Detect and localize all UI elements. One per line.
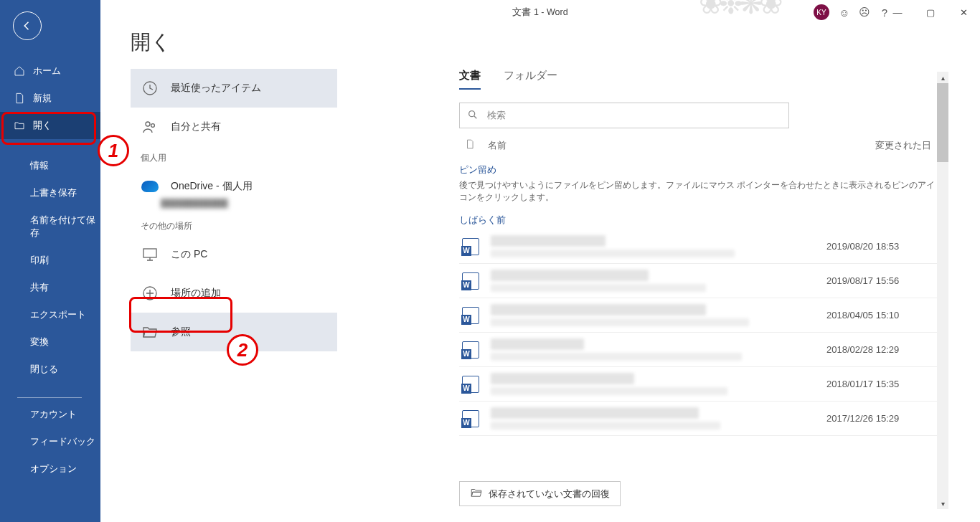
nav-open[interactable]: 開く: [0, 112, 100, 139]
file-name: [491, 373, 634, 384]
close-window-button[interactable]: ✕: [947, 0, 980, 24]
home-icon: [13, 65, 26, 77]
file-row[interactable]: 2019/08/20 18:53: [459, 229, 937, 264]
locations-column: 最近使ったアイテム 自分と共有 個人用 OneDrive - 個人用 █████…: [131, 69, 337, 351]
backstage-sidebar: ホーム 新規 開く 情報 上書き保存 名前を付けて保存 印刷 共有 エクスポート…: [0, 0, 100, 522]
file-meta: [491, 270, 815, 292]
nav-export[interactable]: エクスポート: [0, 301, 100, 328]
file-date: 2019/08/20 18:53: [826, 241, 934, 252]
scroll-up-arrow[interactable]: ▴: [937, 72, 948, 83]
file-row[interactable]: 2019/08/17 15:56: [459, 264, 937, 298]
file-icon: [465, 138, 475, 152]
smile-feedback-icon[interactable]: ☺: [835, 4, 854, 20]
recover-label: 保存されていない文書の回復: [489, 488, 610, 500]
file-row[interactable]: 2018/04/05 15:10: [459, 298, 937, 333]
nav-overwrite-save[interactable]: 上書き保存: [0, 179, 100, 207]
file-icon: [13, 92, 26, 105]
user-avatar[interactable]: KY: [814, 4, 829, 20]
tab-documents[interactable]: 文書: [459, 69, 481, 90]
file-date: 2018/04/05 15:10: [826, 310, 934, 321]
file-path: [491, 353, 742, 361]
loc-browse[interactable]: 参照: [131, 313, 337, 351]
page-title: 開く: [131, 29, 171, 56]
search-placeholder: 検索: [487, 109, 506, 122]
file-path: [491, 387, 727, 395]
word-file-icon: [462, 272, 479, 290]
file-name: [491, 407, 699, 419]
nav-convert[interactable]: 変換: [0, 328, 100, 356]
loc-this-pc[interactable]: この PC: [131, 235, 337, 274]
file-date: 2018/02/28 12:29: [826, 344, 934, 355]
maximize-button[interactable]: ▢: [914, 0, 947, 24]
separator: [17, 397, 82, 398]
file-meta: [491, 373, 815, 395]
other-section-label: その他の場所: [131, 214, 337, 235]
people-icon: [141, 118, 159, 136]
search-input[interactable]: 検索: [459, 103, 789, 128]
list-header: 名前 変更された日: [459, 134, 937, 159]
file-path: [491, 318, 749, 326]
loc-recent-label: 最近使ったアイテム: [171, 82, 261, 95]
clock-icon: [141, 79, 159, 98]
nav-new[interactable]: 新規: [0, 85, 100, 112]
arrow-left-icon: [21, 19, 34, 32]
onedrive-email: ████████████: [131, 199, 337, 207]
nav-open-label: 開く: [33, 119, 52, 132]
vertical-scrollbar[interactable]: ▴ ▾: [937, 72, 948, 509]
pc-icon: [141, 245, 159, 264]
nav-save-as[interactable]: 名前を付けて保存: [0, 207, 100, 247]
search-icon: [467, 109, 479, 123]
pinned-hint: 後で見つけやすいようにファイルをピン留めします。ファイルにマウス ポインターを合…: [459, 179, 937, 204]
file-name: [491, 235, 606, 247]
scroll-thumb[interactable]: [937, 83, 948, 162]
file-meta: [491, 235, 815, 257]
nav-info[interactable]: 情報: [0, 152, 100, 179]
personal-section-label: 個人用: [131, 146, 337, 167]
svg-rect-3: [143, 249, 156, 257]
file-meta: [491, 407, 815, 430]
backstage-main: ❀❉❋❀ 文書 1 - Word KY ☺ ☹ ? — ▢ ✕ 開く 最近使った…: [100, 0, 980, 522]
file-row[interactable]: 2017/12/26 15:29: [459, 402, 937, 436]
file-name: [491, 338, 584, 350]
frown-feedback-icon[interactable]: ☹: [855, 4, 874, 20]
folder-open-icon: [470, 486, 483, 501]
loc-onedrive-label: OneDrive - 個人用: [171, 180, 253, 193]
loc-add-place[interactable]: 場所の追加: [131, 274, 337, 313]
recover-unsaved-button[interactable]: 保存されていない文書の回復: [459, 481, 621, 506]
scroll-down-arrow[interactable]: ▾: [937, 498, 948, 509]
nav-account[interactable]: アカウント: [0, 408, 100, 428]
loc-shared[interactable]: 自分と共有: [131, 108, 337, 146]
back-button[interactable]: [13, 11, 42, 40]
tab-folders[interactable]: フォルダー: [504, 69, 557, 90]
file-path: [491, 422, 720, 430]
nav-home[interactable]: ホーム: [0, 57, 100, 85]
loc-recent[interactable]: 最近使ったアイテム: [131, 69, 337, 108]
window-controls: — ▢ ✕: [881, 0, 980, 24]
word-file-icon: [462, 376, 479, 393]
loc-shared-label: 自分と共有: [171, 120, 221, 133]
file-name: [491, 304, 706, 315]
group-recent-header: しばらく前: [459, 214, 937, 227]
doc-title: 文書 1 - Word: [512, 6, 567, 19]
col-name[interactable]: 名前: [488, 139, 507, 152]
file-list-panel: 文書 フォルダー 検索 名前 変更された日 ピン留め 後で見つけやすいようにファ…: [459, 69, 937, 522]
file-date: 2017/12/26 15:29: [826, 413, 934, 424]
nav-feedback[interactable]: フィードバック: [0, 428, 100, 455]
nav-close[interactable]: 閉じる: [0, 356, 100, 383]
file-meta: [491, 338, 815, 361]
file-name: [491, 270, 649, 281]
word-file-icon: [462, 238, 479, 255]
nav-share[interactable]: 共有: [0, 274, 100, 301]
col-modified[interactable]: 変更された日: [875, 139, 931, 152]
minimize-button[interactable]: —: [881, 0, 914, 24]
loc-browse-label: 参照: [171, 326, 191, 338]
file-row[interactable]: 2018/01/17 15:35: [459, 367, 937, 402]
folder-open-icon: [13, 119, 26, 132]
file-row[interactable]: 2018/02/28 12:29: [459, 333, 937, 367]
file-path: [491, 284, 706, 292]
nav-options[interactable]: オプション: [0, 455, 100, 483]
nav-print[interactable]: 印刷: [0, 247, 100, 274]
file-date: 2018/01/17 15:35: [826, 379, 934, 389]
add-place-icon: [141, 284, 159, 303]
nav-new-label: 新規: [33, 92, 52, 105]
